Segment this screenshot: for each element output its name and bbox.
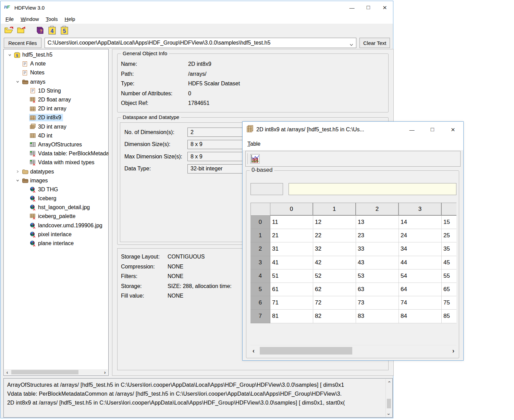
menu-tools[interactable]: Tools (42, 15, 61, 23)
table-cell[interactable]: 81 (270, 310, 313, 323)
collapse-icon[interactable] (6, 53, 13, 57)
maximize-button[interactable]: □ (360, 1, 377, 14)
table-cell[interactable]: 12 (313, 216, 356, 229)
table-cell[interactable]: 82 (313, 310, 356, 323)
close-file-icon[interactable] (16, 25, 26, 35)
maximize-button[interactable]: □ (422, 122, 443, 137)
row-header[interactable]: 2 (250, 242, 270, 256)
row-header[interactable]: 7 (250, 310, 270, 323)
hdf5-icon[interactable]: 5 (60, 25, 69, 35)
table-window-titlebar[interactable]: 2D int8x9 at /arrays/ [hdf5_test.h5 in C… (243, 122, 463, 137)
tree-item-arrays[interactable]: arrays (4, 77, 108, 86)
table-cell[interactable]: 45 (442, 256, 456, 269)
tree-item-2d-int-array[interactable]: 2D int array (4, 104, 108, 113)
minimize-button[interactable]: — (402, 122, 422, 137)
tree-item-vdata-with-mixed-types[interactable]: AVdata with mixed types (4, 158, 108, 167)
scrollbar-thumb[interactable] (11, 370, 78, 374)
table-cell[interactable]: 14 (399, 216, 442, 229)
tree-item-landcover-umd-199906-jpg[interactable]: Alandcover.umd.199906.jpg (4, 221, 108, 230)
scrollbar-thumb[interactable] (387, 399, 391, 408)
tree-item-vdata-table-perblockmetadatacommon[interactable]: AVdata table: PerBlockMetadataCommon (4, 149, 108, 158)
table-cell[interactable]: 35 (442, 242, 456, 256)
column-header[interactable]: 0 (270, 203, 313, 216)
close-button[interactable]: × (377, 1, 393, 14)
table-cell[interactable]: 55 (442, 269, 456, 283)
scroll-up-button[interactable]: › (386, 379, 392, 385)
tree-item-iceberg-palette[interactable]: Aiceberg_palette (4, 212, 108, 221)
tree-item-hst-lagoon-detail-jpg[interactable]: Ahst_lagoon_detail.jpg (4, 203, 108, 212)
table-cell[interactable]: 84 (399, 310, 442, 323)
table-cell[interactable]: 34 (399, 242, 442, 256)
minimize-button[interactable]: — (344, 1, 360, 14)
table-cell[interactable]: 13 (356, 216, 399, 229)
tree-item-4d-int[interactable]: 4D int (4, 131, 108, 140)
tree-item-3d-int-array[interactable]: 3D int array (4, 122, 108, 131)
scroll-left-button[interactable]: ‹ (4, 369, 10, 375)
clear-text-button[interactable]: Clear Text (359, 38, 390, 48)
tree-item-datatypes[interactable]: datatypes (4, 167, 108, 176)
table-cell[interactable]: 65 (442, 283, 456, 296)
table-cell[interactable]: 51 (270, 269, 313, 283)
scroll-down-button[interactable]: › (386, 411, 392, 417)
table-cell[interactable]: 33 (356, 242, 399, 256)
table-cell[interactable]: 22 (313, 229, 356, 242)
cell-reference-field[interactable] (250, 183, 283, 195)
table-cell[interactable]: 64 (399, 283, 442, 296)
table-cell[interactable]: 63 (356, 283, 399, 296)
table-h-scrollbar[interactable]: ‹ › (250, 345, 456, 356)
tree-item-notes[interactable]: Notes (4, 68, 108, 77)
lineplot-icon[interactable] (250, 154, 260, 164)
tree-item-a-note[interactable]: A note (4, 59, 108, 68)
table-cell[interactable]: 32 (313, 242, 356, 256)
menu-file[interactable]: File (2, 15, 17, 23)
tree-item-plane-interlace[interactable]: Aplane interlace (4, 239, 108, 248)
row-header[interactable]: 4 (250, 269, 270, 283)
menu-table[interactable]: Table (244, 140, 264, 148)
table-corner[interactable] (250, 203, 270, 216)
column-header[interactable]: 1 (313, 203, 356, 216)
table-cell[interactable]: 61 (270, 283, 313, 296)
scroll-right-button[interactable]: › (450, 345, 456, 356)
row-header[interactable]: 0 (250, 216, 270, 229)
table-cell[interactable]: 85 (442, 310, 456, 323)
column-header[interactable]: 2 (356, 203, 399, 216)
row-header[interactable]: 5 (250, 283, 270, 296)
row-header[interactable]: 3 (250, 256, 270, 269)
table-cell[interactable]: 74 (399, 296, 442, 310)
row-header[interactable]: 6 (250, 296, 270, 310)
collapse-icon[interactable] (14, 179, 21, 182)
table-cell[interactable]: 11 (270, 216, 313, 229)
table-cell[interactable]: 53 (356, 269, 399, 283)
table-cell[interactable]: 73 (356, 296, 399, 310)
file-path-combobox[interactable]: C:\Users\lori.cooper\AppData\Local\Apps\… (45, 38, 357, 48)
table-cell[interactable]: 43 (356, 256, 399, 269)
menu-help[interactable]: Help (61, 15, 79, 23)
table-cell[interactable]: 25 (442, 229, 456, 242)
table-cell[interactable]: 83 (356, 310, 399, 323)
recent-files-button[interactable]: Recent Files (4, 38, 41, 48)
table-cell[interactable]: 72 (313, 296, 356, 310)
table-cell[interactable]: 62 (313, 283, 356, 296)
log-v-scrollbar[interactable]: › › (386, 379, 392, 417)
tree-item-1d-string[interactable]: 1D String (4, 86, 108, 95)
chevron-down-icon[interactable] (350, 41, 353, 48)
table-cell[interactable]: 75 (442, 296, 456, 310)
tree-item-3d-thg[interactable]: A3D THG (4, 185, 108, 194)
tree-item-iceberg[interactable]: AIceberg (4, 194, 108, 203)
table-cell[interactable]: 42 (313, 256, 356, 269)
table-cell[interactable]: 21 (270, 229, 313, 242)
table-cell[interactable]: 41 (270, 256, 313, 269)
table-cell[interactable]: 71 (270, 296, 313, 310)
table-cell[interactable]: 23 (356, 229, 399, 242)
tree-h-scrollbar[interactable]: ‹ › (4, 369, 108, 375)
table-cell[interactable]: 31 (270, 242, 313, 256)
cell-value-field[interactable] (289, 183, 456, 195)
scrollbar-thumb[interactable] (260, 347, 352, 355)
expand-icon[interactable] (14, 170, 21, 173)
tree-item-pixel-interlace[interactable]: Apixel interlace (4, 230, 108, 239)
column-header[interactable]: 4 (442, 203, 456, 216)
table-cell[interactable]: 54 (399, 269, 442, 283)
column-header[interactable]: 3 (399, 203, 442, 216)
table-cell[interactable]: 15 (442, 216, 456, 229)
tree-item-hdf5-test-h5[interactable]: 5hdf5_test.h5 (4, 50, 108, 59)
